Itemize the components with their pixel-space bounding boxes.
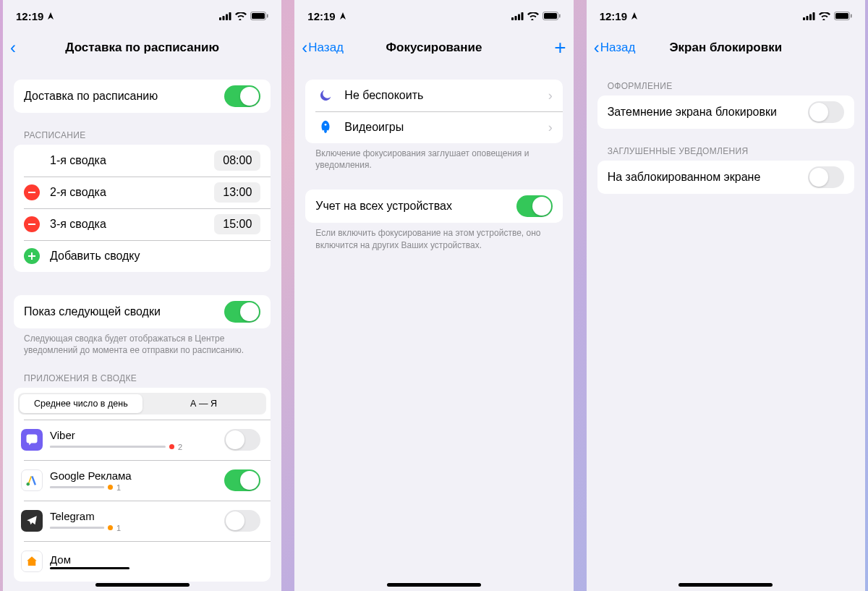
svg-rect-8 xyxy=(511,17,514,20)
status-time: 12:19 xyxy=(16,10,43,22)
nav-bar: ‹Назад Экран блокировки xyxy=(587,32,865,64)
wifi-icon xyxy=(527,12,539,20)
app-icon-viber xyxy=(21,429,43,451)
home-indicator[interactable] xyxy=(387,583,481,587)
add-icon xyxy=(24,248,40,264)
row-summary-1[interactable]: 1-я сводка 08:00 xyxy=(14,145,271,177)
svg-rect-2 xyxy=(226,14,228,20)
battery-icon xyxy=(834,12,852,20)
svg-rect-22 xyxy=(851,14,852,18)
page-title: Доставка по расписанию xyxy=(3,41,281,55)
chevron-right-icon: › xyxy=(548,120,553,135)
svg-rect-10 xyxy=(518,14,520,20)
app-row-viber: Viber 2 xyxy=(14,420,271,460)
back-label: Назад xyxy=(308,41,344,55)
svg-rect-19 xyxy=(812,12,814,20)
status-bar: 12:19 xyxy=(587,0,865,32)
app-count: 1 xyxy=(116,524,121,532)
svg-rect-16 xyxy=(803,17,805,20)
row-dnd[interactable]: Не беспокоить › xyxy=(305,80,562,111)
row-summary-2[interactable]: 2-я сводка 13:00 xyxy=(14,177,271,208)
nav-bar: ‹Назад Фокусирование + xyxy=(294,32,573,64)
row-label: Доставка по расписанию xyxy=(24,90,224,103)
home-indicator[interactable] xyxy=(678,583,773,587)
cellular-icon xyxy=(511,12,524,20)
app-count: 2 xyxy=(178,443,182,451)
svg-rect-13 xyxy=(544,13,557,19)
section-header-silenced: ЗАГЛУШЕННЫЕ УВЕДОМЛЕНИЯ xyxy=(597,143,854,161)
home-indicator[interactable] xyxy=(95,583,190,587)
add-button[interactable]: + xyxy=(554,38,566,58)
svg-rect-1 xyxy=(223,16,225,20)
toggle-next-summary[interactable] xyxy=(224,301,260,323)
row-label: 1-я сводка xyxy=(50,154,214,167)
segmented-control: Среднее число в день А — Я xyxy=(14,388,271,420)
row-label: Показ следующей сводки xyxy=(24,305,224,318)
toggle-share[interactable] xyxy=(516,195,553,217)
status-time: 12:19 xyxy=(600,10,627,22)
row-label: На заблокированном экране xyxy=(608,171,808,184)
svg-rect-17 xyxy=(806,16,808,20)
toggle-app-telegram[interactable] xyxy=(224,510,260,532)
seg-az[interactable]: А — Я xyxy=(142,394,265,413)
svg-rect-9 xyxy=(514,16,516,20)
back-button[interactable]: ‹ xyxy=(10,38,17,58)
app-icon-google-ads xyxy=(21,469,43,491)
toggle-dim[interactable] xyxy=(808,101,844,123)
location-icon xyxy=(46,12,55,20)
app-icon-home xyxy=(21,550,43,572)
row-label: Затемнение экрана блокировки xyxy=(608,106,808,119)
svg-rect-14 xyxy=(559,14,561,18)
rocket-icon xyxy=(315,117,336,137)
footer-text: Следующая сводка будет отображаться в Це… xyxy=(14,328,271,356)
row-summary-3[interactable]: 3-я сводка 15:00 xyxy=(14,208,271,240)
app-name: Viber xyxy=(50,429,224,441)
moon-icon xyxy=(315,85,336,106)
location-icon xyxy=(630,12,639,20)
svg-rect-11 xyxy=(521,12,523,20)
row-gaming[interactable]: Видеоигры › xyxy=(305,111,562,143)
svg-rect-21 xyxy=(835,13,848,19)
svg-point-15 xyxy=(325,124,327,126)
time-chip[interactable]: 15:00 xyxy=(214,214,260,234)
toggle-schedule[interactable] xyxy=(224,85,260,107)
nav-bar: ‹ Доставка по расписанию xyxy=(3,32,281,64)
svg-point-7 xyxy=(27,482,30,486)
location-icon xyxy=(339,12,347,20)
battery-icon xyxy=(250,12,268,20)
row-label: Видеоигры xyxy=(344,121,543,134)
toggle-app-google-ads[interactable] xyxy=(224,469,260,491)
time-chip[interactable]: 13:00 xyxy=(214,182,260,203)
row-share-devices: Учет на всех устройствах xyxy=(305,190,562,223)
status-time: 12:19 xyxy=(307,10,335,22)
time-chip[interactable]: 08:00 xyxy=(214,150,260,171)
section-header-apps: ПРИЛОЖЕНИЯ В СВОДКЕ xyxy=(14,370,271,388)
row-add-summary[interactable]: Добавить сводку xyxy=(14,240,271,272)
toggle-on-lock[interactable] xyxy=(808,166,844,188)
delete-icon[interactable] xyxy=(24,216,40,232)
app-row-telegram: Telegram 1 xyxy=(14,501,271,541)
chevron-left-icon: ‹ xyxy=(10,38,16,58)
app-row-google-ads: Google Реклама 1 xyxy=(14,460,271,501)
seg-avg[interactable]: Среднее число в день xyxy=(20,394,142,413)
footer-text: Если включить фокусирование на этом устр… xyxy=(305,223,562,250)
row-label: Учет на всех устройствах xyxy=(315,200,516,213)
phone-lock-screen: 12:19 ‹Назад Экран блокировки ОФОРМЛЕНИЕ… xyxy=(587,0,865,591)
phone-focus: 12:19 ‹Назад Фокусирование + Не беспокои… xyxy=(294,0,573,591)
status-bar: 12:19 xyxy=(3,0,281,32)
back-button[interactable]: ‹Назад xyxy=(594,38,636,58)
app-row-home: Дом xyxy=(14,541,271,582)
back-button[interactable]: ‹Назад xyxy=(302,38,344,58)
toggle-app-viber[interactable] xyxy=(224,429,260,451)
row-label: 3-я сводка xyxy=(50,218,214,231)
svg-rect-18 xyxy=(809,14,812,20)
chevron-left-icon: ‹ xyxy=(302,38,307,58)
svg-rect-0 xyxy=(219,17,221,20)
app-name: Telegram xyxy=(50,510,224,522)
row-dim-lock: Затемнение экрана блокировки xyxy=(597,95,854,129)
app-name: Google Реклама xyxy=(50,469,224,482)
row-next-summary: Показ следующей сводки xyxy=(14,295,271,328)
delete-icon[interactable] xyxy=(24,184,40,200)
cellular-icon xyxy=(803,12,815,20)
wifi-icon xyxy=(819,12,830,20)
